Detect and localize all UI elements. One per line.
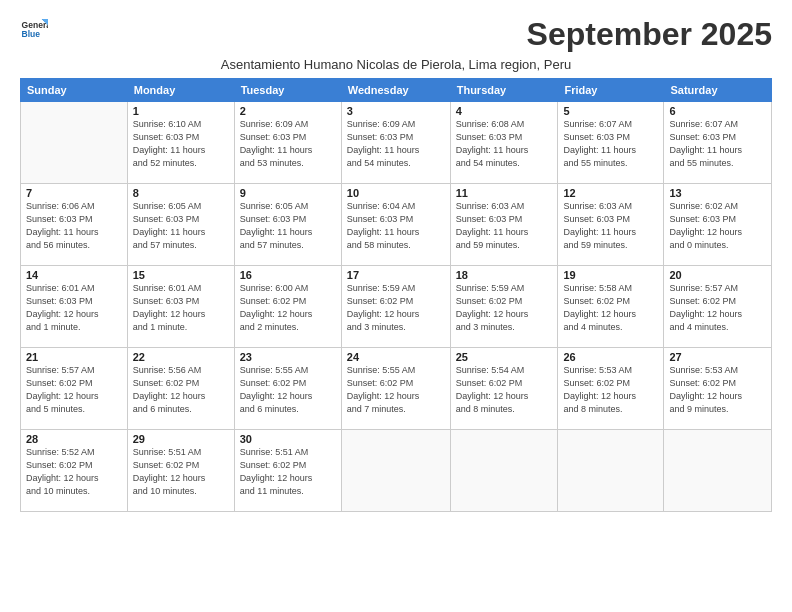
week-row-3: 14Sunrise: 6:01 AM Sunset: 6:03 PM Dayli…: [21, 266, 772, 348]
day-number: 14: [26, 269, 122, 281]
day-number: 22: [133, 351, 229, 363]
day-number: 20: [669, 269, 766, 281]
day-number: 15: [133, 269, 229, 281]
day-number: 26: [563, 351, 658, 363]
day-info: Sunrise: 5:56 AM Sunset: 6:02 PM Dayligh…: [133, 364, 229, 416]
calendar-cell: 3Sunrise: 6:09 AM Sunset: 6:03 PM Daylig…: [341, 102, 450, 184]
calendar-cell: 15Sunrise: 6:01 AM Sunset: 6:03 PM Dayli…: [127, 266, 234, 348]
calendar-page: General Blue September 2025 Asentamiento…: [0, 0, 792, 612]
day-info: Sunrise: 5:55 AM Sunset: 6:02 PM Dayligh…: [240, 364, 336, 416]
day-info: Sunrise: 6:07 AM Sunset: 6:03 PM Dayligh…: [669, 118, 766, 170]
calendar-cell: [450, 430, 558, 512]
day-info: Sunrise: 5:58 AM Sunset: 6:02 PM Dayligh…: [563, 282, 658, 334]
day-info: Sunrise: 6:08 AM Sunset: 6:03 PM Dayligh…: [456, 118, 553, 170]
calendar-cell: 22Sunrise: 5:56 AM Sunset: 6:02 PM Dayli…: [127, 348, 234, 430]
calendar-cell: 19Sunrise: 5:58 AM Sunset: 6:02 PM Dayli…: [558, 266, 664, 348]
col-saturday: Saturday: [664, 79, 772, 102]
day-number: 28: [26, 433, 122, 445]
day-info: Sunrise: 5:57 AM Sunset: 6:02 PM Dayligh…: [26, 364, 122, 416]
day-number: 11: [456, 187, 553, 199]
day-number: 25: [456, 351, 553, 363]
calendar-cell: 23Sunrise: 5:55 AM Sunset: 6:02 PM Dayli…: [234, 348, 341, 430]
day-info: Sunrise: 6:04 AM Sunset: 6:03 PM Dayligh…: [347, 200, 445, 252]
logo-icon: General Blue: [20, 16, 48, 44]
month-title: September 2025: [527, 16, 772, 53]
col-thursday: Thursday: [450, 79, 558, 102]
calendar-cell: 4Sunrise: 6:08 AM Sunset: 6:03 PM Daylig…: [450, 102, 558, 184]
day-info: Sunrise: 5:55 AM Sunset: 6:02 PM Dayligh…: [347, 364, 445, 416]
day-info: Sunrise: 5:52 AM Sunset: 6:02 PM Dayligh…: [26, 446, 122, 498]
calendar-header-row: Sunday Monday Tuesday Wednesday Thursday…: [21, 79, 772, 102]
day-info: Sunrise: 6:07 AM Sunset: 6:03 PM Dayligh…: [563, 118, 658, 170]
day-number: 16: [240, 269, 336, 281]
day-number: 13: [669, 187, 766, 199]
week-row-4: 21Sunrise: 5:57 AM Sunset: 6:02 PM Dayli…: [21, 348, 772, 430]
calendar-cell: 11Sunrise: 6:03 AM Sunset: 6:03 PM Dayli…: [450, 184, 558, 266]
day-number: 27: [669, 351, 766, 363]
day-number: 18: [456, 269, 553, 281]
calendar-cell: 30Sunrise: 5:51 AM Sunset: 6:02 PM Dayli…: [234, 430, 341, 512]
col-friday: Friday: [558, 79, 664, 102]
day-info: Sunrise: 5:54 AM Sunset: 6:02 PM Dayligh…: [456, 364, 553, 416]
col-sunday: Sunday: [21, 79, 128, 102]
day-number: 7: [26, 187, 122, 199]
day-number: 6: [669, 105, 766, 117]
week-row-1: 1Sunrise: 6:10 AM Sunset: 6:03 PM Daylig…: [21, 102, 772, 184]
calendar-cell: 29Sunrise: 5:51 AM Sunset: 6:02 PM Dayli…: [127, 430, 234, 512]
day-info: Sunrise: 6:02 AM Sunset: 6:03 PM Dayligh…: [669, 200, 766, 252]
calendar-cell: [664, 430, 772, 512]
calendar-cell: 12Sunrise: 6:03 AM Sunset: 6:03 PM Dayli…: [558, 184, 664, 266]
day-info: Sunrise: 5:59 AM Sunset: 6:02 PM Dayligh…: [347, 282, 445, 334]
day-info: Sunrise: 6:01 AM Sunset: 6:03 PM Dayligh…: [133, 282, 229, 334]
day-info: Sunrise: 5:53 AM Sunset: 6:02 PM Dayligh…: [563, 364, 658, 416]
day-number: 24: [347, 351, 445, 363]
calendar-cell: 16Sunrise: 6:00 AM Sunset: 6:02 PM Dayli…: [234, 266, 341, 348]
calendar-cell: 27Sunrise: 5:53 AM Sunset: 6:02 PM Dayli…: [664, 348, 772, 430]
calendar-cell: 21Sunrise: 5:57 AM Sunset: 6:02 PM Dayli…: [21, 348, 128, 430]
col-wednesday: Wednesday: [341, 79, 450, 102]
day-number: 3: [347, 105, 445, 117]
calendar-cell: 8Sunrise: 6:05 AM Sunset: 6:03 PM Daylig…: [127, 184, 234, 266]
calendar-cell: 6Sunrise: 6:07 AM Sunset: 6:03 PM Daylig…: [664, 102, 772, 184]
day-info: Sunrise: 6:03 AM Sunset: 6:03 PM Dayligh…: [563, 200, 658, 252]
day-number: 2: [240, 105, 336, 117]
day-info: Sunrise: 6:03 AM Sunset: 6:03 PM Dayligh…: [456, 200, 553, 252]
day-info: Sunrise: 6:01 AM Sunset: 6:03 PM Dayligh…: [26, 282, 122, 334]
calendar-cell: 5Sunrise: 6:07 AM Sunset: 6:03 PM Daylig…: [558, 102, 664, 184]
day-info: Sunrise: 5:51 AM Sunset: 6:02 PM Dayligh…: [240, 446, 336, 498]
calendar-cell: 14Sunrise: 6:01 AM Sunset: 6:03 PM Dayli…: [21, 266, 128, 348]
calendar-cell: 26Sunrise: 5:53 AM Sunset: 6:02 PM Dayli…: [558, 348, 664, 430]
calendar-cell: 9Sunrise: 6:05 AM Sunset: 6:03 PM Daylig…: [234, 184, 341, 266]
day-info: Sunrise: 6:05 AM Sunset: 6:03 PM Dayligh…: [240, 200, 336, 252]
day-number: 29: [133, 433, 229, 445]
calendar-cell: 28Sunrise: 5:52 AM Sunset: 6:02 PM Dayli…: [21, 430, 128, 512]
day-number: 10: [347, 187, 445, 199]
day-number: 19: [563, 269, 658, 281]
day-info: Sunrise: 5:57 AM Sunset: 6:02 PM Dayligh…: [669, 282, 766, 334]
day-info: Sunrise: 6:09 AM Sunset: 6:03 PM Dayligh…: [240, 118, 336, 170]
calendar-cell: 10Sunrise: 6:04 AM Sunset: 6:03 PM Dayli…: [341, 184, 450, 266]
day-number: 30: [240, 433, 336, 445]
calendar-cell: 2Sunrise: 6:09 AM Sunset: 6:03 PM Daylig…: [234, 102, 341, 184]
calendar-cell: 1Sunrise: 6:10 AM Sunset: 6:03 PM Daylig…: [127, 102, 234, 184]
day-info: Sunrise: 5:59 AM Sunset: 6:02 PM Dayligh…: [456, 282, 553, 334]
calendar-cell: 7Sunrise: 6:06 AM Sunset: 6:03 PM Daylig…: [21, 184, 128, 266]
week-row-5: 28Sunrise: 5:52 AM Sunset: 6:02 PM Dayli…: [21, 430, 772, 512]
week-row-2: 7Sunrise: 6:06 AM Sunset: 6:03 PM Daylig…: [21, 184, 772, 266]
calendar-cell: 18Sunrise: 5:59 AM Sunset: 6:02 PM Dayli…: [450, 266, 558, 348]
day-number: 9: [240, 187, 336, 199]
calendar-cell: [341, 430, 450, 512]
day-number: 12: [563, 187, 658, 199]
calendar-cell: 17Sunrise: 5:59 AM Sunset: 6:02 PM Dayli…: [341, 266, 450, 348]
day-number: 1: [133, 105, 229, 117]
calendar-cell: 20Sunrise: 5:57 AM Sunset: 6:02 PM Dayli…: [664, 266, 772, 348]
calendar-cell: [558, 430, 664, 512]
calendar-cell: 24Sunrise: 5:55 AM Sunset: 6:02 PM Dayli…: [341, 348, 450, 430]
header: General Blue September 2025: [20, 16, 772, 53]
day-number: 17: [347, 269, 445, 281]
col-monday: Monday: [127, 79, 234, 102]
calendar-cell: [21, 102, 128, 184]
col-tuesday: Tuesday: [234, 79, 341, 102]
day-info: Sunrise: 6:10 AM Sunset: 6:03 PM Dayligh…: [133, 118, 229, 170]
day-number: 23: [240, 351, 336, 363]
